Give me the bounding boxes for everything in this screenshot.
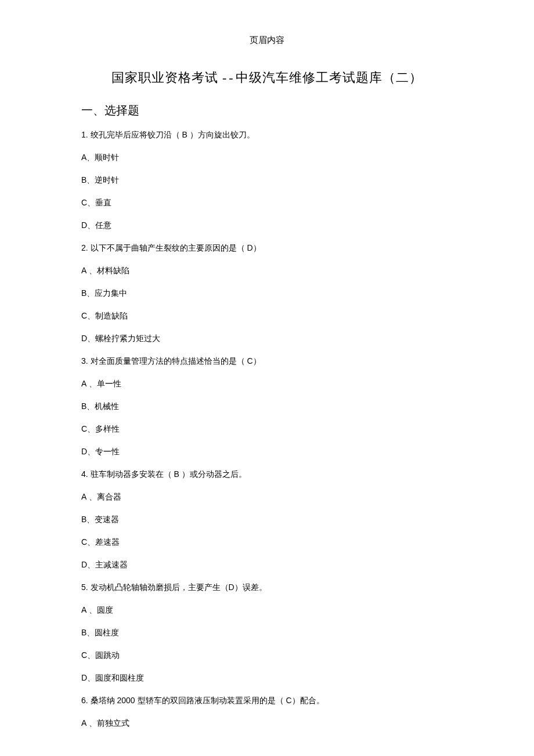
question-stem: 3. 对全面质量管理方法的特点描述恰当的是（ C） <box>81 355 453 367</box>
option-letter: A <box>81 605 86 614</box>
question-number: 1. <box>81 130 88 139</box>
question-number: 2. <box>81 243 88 252</box>
option-text: 、应力集中 <box>86 288 127 298</box>
option-line: A 、单一性 <box>81 378 453 390</box>
option-letter: D <box>81 447 87 456</box>
option-letter: C <box>81 537 87 547</box>
document-page: 页眉内容 国家职业资格考试 --中级汽车维修工考试题库（二） 一、选择题 1. … <box>0 0 534 756</box>
option-text: 、逆时针 <box>86 175 119 185</box>
option-text: 、圆跳动 <box>87 650 120 660</box>
option-letter: C <box>81 650 87 660</box>
option-line: C、差速器 <box>81 536 453 548</box>
question-text-before: 以下不属于曲轴产生裂纹的主要原因的是（ <box>88 243 247 252</box>
option-text: 、变速器 <box>86 515 119 524</box>
option-line: A 、圆度 <box>81 604 453 616</box>
option-letter: C <box>81 311 87 320</box>
question-stem: 1. 绞孔完毕后应将铰刀沿（ B ）方向旋出铰刀。 <box>81 129 453 141</box>
option-letter: B <box>81 401 86 411</box>
question-text-after: ）或分动器之后。 <box>179 469 247 479</box>
option-text: 、单一性 <box>86 379 121 388</box>
question-number: 3. <box>81 356 88 366</box>
option-line: C、制造缺陷 <box>81 310 453 322</box>
question-number: 4. <box>81 469 88 479</box>
option-line: A 、材料缺陷 <box>81 265 453 277</box>
question-answer: D <box>229 583 234 592</box>
option-line: B、应力集中 <box>81 287 453 299</box>
title-part2: 中级汽车维修工考试题库（二） <box>236 70 423 85</box>
question-text-before: 发动机凸轮轴轴劲磨损后，主要产生（ <box>88 583 229 592</box>
option-line: B、机械性 <box>81 400 453 413</box>
question-list: 1. 绞孔完毕后应将铰刀沿（ B ）方向旋出铰刀。A、顺时针B、逆时针C、垂直D… <box>81 129 453 729</box>
page-header-label: 页眉内容 <box>81 35 453 46</box>
question-number: 5. <box>81 583 88 592</box>
option-text: 、圆柱度 <box>86 628 119 637</box>
option-line: A、顺时针 <box>81 151 453 164</box>
option-line: D、专一性 <box>81 446 453 458</box>
option-text: 、垂直 <box>87 198 111 207</box>
question-stem: 6. 桑塔纳 2000 型轿车的双回路液压制动装置采用的是（ C）配合。 <box>81 694 453 707</box>
option-text: 、专一性 <box>87 447 120 456</box>
option-letter: B <box>81 628 86 637</box>
option-text: 、材料缺陷 <box>86 266 129 275</box>
option-text: 、顺时针 <box>86 153 119 162</box>
question-text-after: ）配合。 <box>292 696 324 705</box>
option-letter: C <box>81 198 87 207</box>
option-letter: A <box>81 266 86 275</box>
option-text: 、多样性 <box>87 424 120 433</box>
question-text-after: ） <box>253 243 261 252</box>
option-line: A 、前独立式 <box>81 717 453 729</box>
option-line: B、变速器 <box>81 513 453 526</box>
option-text: 、前独立式 <box>86 718 129 728</box>
title-separator: -- <box>222 70 236 85</box>
option-line: D、圆度和圆柱度 <box>81 672 453 684</box>
question-text-before: 驻车制动器多安装在（ <box>88 469 174 479</box>
option-letter: D <box>81 560 87 569</box>
option-text: 、圆度 <box>86 605 113 614</box>
question-answer: C <box>286 696 291 705</box>
option-letter: C <box>81 424 87 433</box>
option-letter: A <box>81 492 86 501</box>
option-letter: A <box>81 718 86 728</box>
option-letter: B <box>81 515 86 524</box>
option-line: A 、离合器 <box>81 491 453 503</box>
option-line: C、垂直 <box>81 197 453 209</box>
option-line: D、主减速器 <box>81 559 453 571</box>
question-stem: 2. 以下不属于曲轴产生裂纹的主要原因的是（ D） <box>81 242 453 254</box>
option-letter: B <box>81 175 86 185</box>
section-heading: 一、选择题 <box>81 103 453 118</box>
option-text: 、主减速器 <box>87 560 128 569</box>
question-number: 6. <box>81 696 88 705</box>
question-stem: 5. 发动机凸轮轴轴劲磨损后，主要产生（D）误差。 <box>81 581 453 594</box>
title-part1: 国家职业资格考试 <box>111 70 218 85</box>
option-text: 、任意 <box>87 220 111 230</box>
option-letter: A <box>81 153 86 162</box>
question-answer: B <box>182 130 187 139</box>
option-letter: D <box>81 220 87 230</box>
option-text: 、圆度和圆柱度 <box>87 673 144 682</box>
option-line: B、逆时针 <box>81 174 453 186</box>
document-title: 国家职业资格考试 --中级汽车维修工考试题库（二） <box>81 69 453 86</box>
option-text: 、差速器 <box>87 537 120 547</box>
question-answer: D <box>247 243 252 252</box>
option-line: B、圆柱度 <box>81 627 453 639</box>
option-letter: D <box>81 334 87 343</box>
option-text: 、离合器 <box>86 492 121 501</box>
question-answer: C <box>247 356 252 366</box>
option-line: D、任意 <box>81 219 453 231</box>
question-answer: B <box>174 469 179 479</box>
option-letter: D <box>81 673 87 682</box>
question-stem: 4. 驻车制动器多安装在（ B ）或分动器之后。 <box>81 468 453 480</box>
option-line: D、螺栓拧紧力矩过大 <box>81 332 453 345</box>
question-text-after: ）方向旋出铰刀。 <box>187 130 255 139</box>
question-text-before: 绞孔完毕后应将铰刀沿（ <box>88 130 182 139</box>
option-line: C、圆跳动 <box>81 649 453 661</box>
option-text: 、机械性 <box>86 401 119 411</box>
question-text-before: 对全面质量管理方法的特点描述恰当的是（ <box>88 356 247 366</box>
option-text: 、制造缺陷 <box>87 311 128 320</box>
question-text-before: 桑塔纳 2000 型轿车的双回路液压制动装置采用的是（ <box>88 696 286 705</box>
option-letter: A <box>81 379 86 388</box>
question-text-after: ）误差。 <box>234 583 267 592</box>
question-text-after: ） <box>253 356 261 366</box>
option-text: 、螺栓拧紧力矩过大 <box>87 334 160 343</box>
option-line: C、多样性 <box>81 423 453 435</box>
